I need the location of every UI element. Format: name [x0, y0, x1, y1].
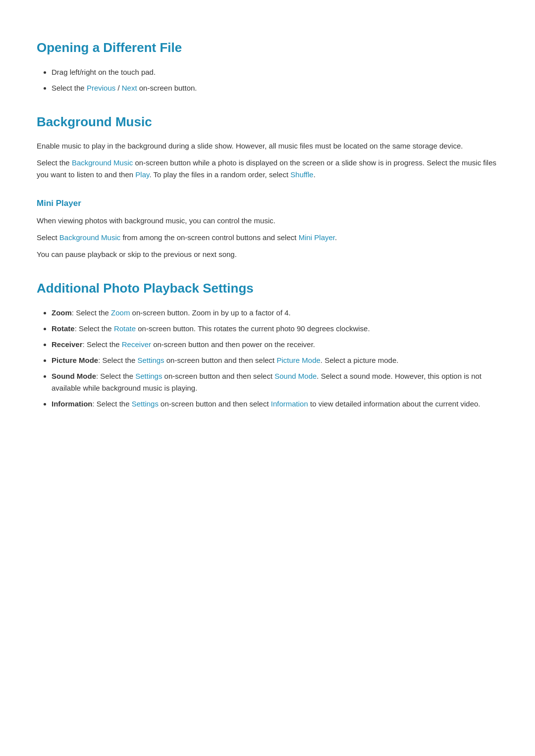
link-rotate[interactable]: Rotate	[114, 324, 136, 333]
link-next[interactable]: Next	[122, 84, 137, 92]
paragraph: You can pause playback or skip to the pr…	[37, 249, 498, 260]
list: Zoom: Select the Zoom on-screen button. …	[52, 307, 498, 410]
paragraph: Select the Background Music on-screen bu…	[37, 157, 498, 181]
link-settings[interactable]: Settings	[135, 372, 162, 380]
bold-text: Receiver	[52, 340, 83, 349]
link-receiver[interactable]: Receiver	[122, 340, 151, 349]
link-settings[interactable]: Settings	[137, 356, 164, 364]
link-background-music[interactable]: Background Music	[59, 233, 120, 242]
paragraph: Enable music to play in the background d…	[37, 140, 498, 152]
section-background-music: Background MusicEnable music to play in …	[37, 112, 498, 261]
link-settings[interactable]: Settings	[132, 400, 159, 408]
link-sound-mode[interactable]: Sound Mode	[274, 372, 317, 380]
link-information[interactable]: Information	[271, 400, 308, 408]
list: Drag left/right on the touch pad.Select …	[52, 66, 498, 94]
bold-text: Sound Mode	[52, 372, 96, 380]
paragraph: Select Background Music from among the o…	[37, 232, 498, 244]
link-zoom[interactable]: Zoom	[111, 308, 130, 317]
paragraph: When viewing photos with background musi…	[37, 215, 498, 227]
list-item: Information: Select the Settings on-scre…	[52, 398, 498, 410]
link-background-music[interactable]: Background Music	[72, 158, 133, 167]
bold-text: Picture Mode	[52, 356, 98, 364]
link-mini-player[interactable]: Mini Player	[299, 233, 335, 242]
section-title-background-music: Background Music	[37, 112, 498, 133]
list-item: Receiver: Select the Receiver on-screen …	[52, 339, 498, 351]
bold-text: Information	[52, 400, 93, 408]
list-item: Rotate: Select the Rotate on-screen butt…	[52, 323, 498, 335]
list-item: Zoom: Select the Zoom on-screen button. …	[52, 307, 498, 319]
link-shuffle[interactable]: Shuffle	[290, 170, 313, 179]
section-title-opening-different-file: Opening a Different File	[37, 38, 498, 58]
link-play[interactable]: Play	[135, 170, 149, 179]
bold-text: Rotate	[52, 324, 75, 333]
list-item: Drag left/right on the touch pad.	[52, 66, 498, 78]
list-item: Sound Mode: Select the Settings on-scree…	[52, 370, 498, 394]
link-picture-mode[interactable]: Picture Mode	[276, 356, 320, 364]
bold-text: Zoom	[52, 308, 72, 317]
section-opening-different-file: Opening a Different FileDrag left/right …	[37, 38, 498, 94]
list-item: Picture Mode: Select the Settings on-scr…	[52, 354, 498, 366]
section-title-additional-photo-playback-settings: Additional Photo Playback Settings	[37, 278, 498, 299]
page-content: Opening a Different FileDrag left/right …	[37, 38, 498, 410]
section-additional-photo-playback-settings: Additional Photo Playback SettingsZoom: …	[37, 278, 498, 410]
link-previous[interactable]: Previous	[87, 84, 115, 92]
subsection-title: Mini Player	[37, 197, 498, 210]
list-item: Select the Previous / Next on-screen but…	[52, 82, 498, 94]
